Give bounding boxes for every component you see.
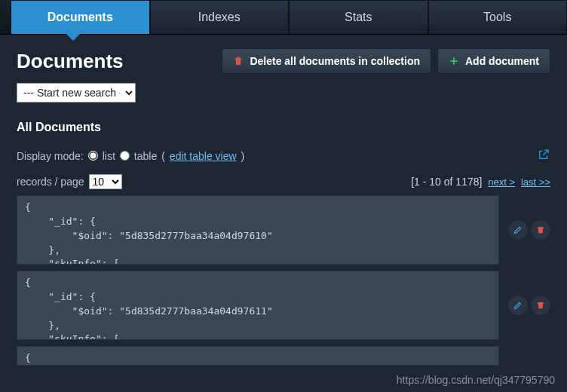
display-mode-label: Display mode: [17,150,84,162]
tab-tools[interactable]: Tools [428,0,568,34]
edit-table-view-link[interactable]: edit table view [170,150,237,162]
display-mode-list-label: list [103,150,115,162]
search-select[interactable]: --- Start new search --- [17,83,136,103]
trash-icon [233,56,244,66]
delete-document-button[interactable] [531,220,550,240]
add-document-button[interactable]: Add document [437,48,550,74]
plus-icon [449,56,459,66]
document-row[interactable]: { "_id": { "$oid": "5d835d2777baa34a04d9… [17,195,499,265]
add-document-label: Add document [465,55,539,67]
document-row[interactable]: { "_id": { [17,346,499,366]
delete-all-button[interactable]: Delete all documents in collection [222,48,431,74]
delete-all-label: Delete all documents in collection [250,55,420,67]
display-mode-table-radio[interactable] [120,151,130,161]
display-mode-table-label: table [134,150,157,162]
pager-next[interactable]: next > [488,176,515,188]
all-documents-heading: All Documents [17,121,550,134]
records-per-page-label: records / page [17,176,84,188]
pager-range: [1 - 10 of 1178] [411,176,482,188]
tab-stats[interactable]: Stats [289,0,428,34]
watermark: https://blog.csdn.net/qj347795790 [397,374,555,386]
tab-bar: Documents Indexes Stats Tools [0,0,567,35]
records-per-page-select[interactable]: 10 [89,174,122,189]
export-icon[interactable] [537,148,550,164]
tab-documents[interactable]: Documents [11,0,150,34]
display-mode-list-radio[interactable] [88,151,98,161]
edit-document-button[interactable] [508,220,528,240]
page-title: Documents [17,50,124,73]
edit-document-button[interactable] [508,296,528,315]
delete-document-button[interactable] [531,296,550,315]
document-row[interactable]: { "_id": { "$oid": "5d835d2777baa34a04d9… [17,271,499,340]
pager-last[interactable]: last >> [521,176,550,188]
tab-indexes[interactable]: Indexes [150,0,290,34]
